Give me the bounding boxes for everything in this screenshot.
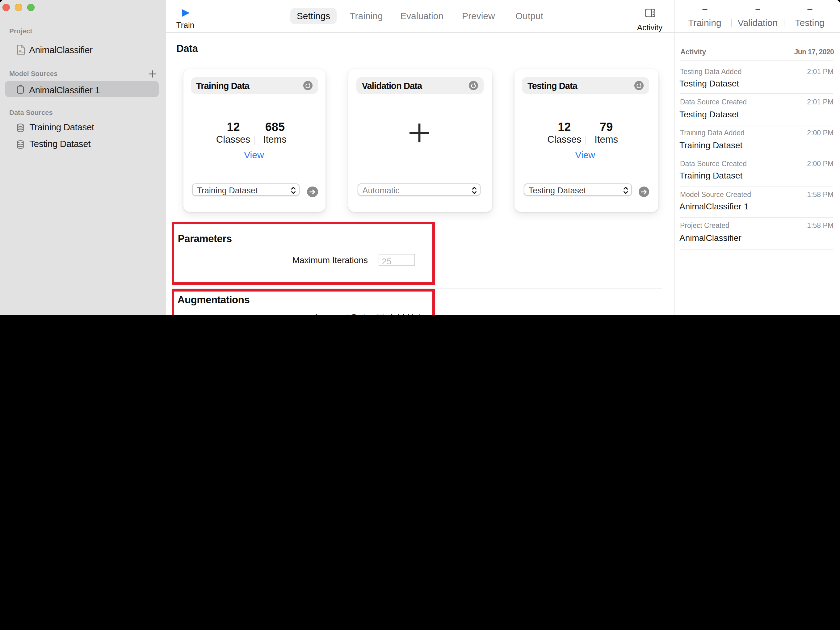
- svg-text:ML: ML: [19, 50, 24, 54]
